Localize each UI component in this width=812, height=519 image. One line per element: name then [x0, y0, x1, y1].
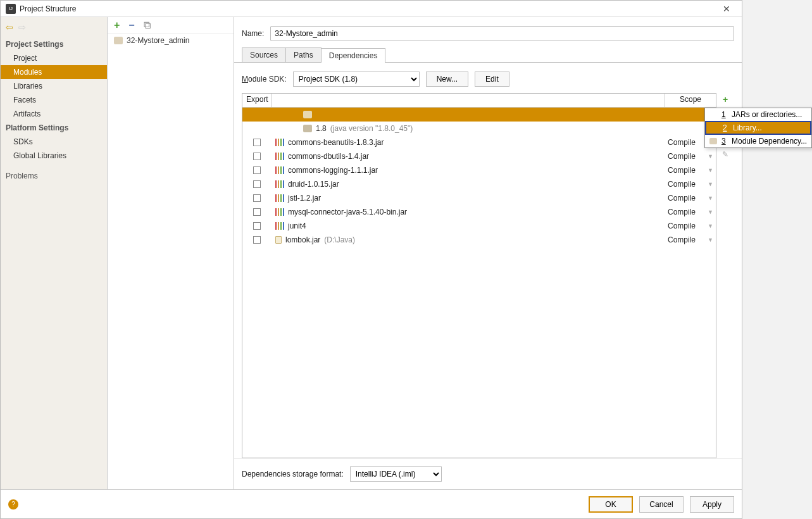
scope-value: Compile [668, 222, 696, 230]
dep-row[interactable]: commons-dbutils-1.4.jarCompile▼ [242, 149, 716, 163]
add-dependency-icon[interactable]: + [723, 94, 728, 104]
remove-module-icon[interactable]: − [128, 20, 134, 31]
name-label: Name: [242, 29, 264, 38]
sidebar-item-sdks[interactable]: SDKs [1, 135, 107, 149]
sidebar-item-libraries[interactable]: Libraries [1, 79, 107, 93]
scope-dropdown-icon[interactable]: ▼ [708, 195, 713, 201]
library-icon [275, 153, 284, 160]
name-input[interactable] [270, 26, 734, 41]
module-toolbar: + − ⧉ [108, 17, 234, 34]
module-entry[interactable]: 32-Mystore_admin [108, 34, 234, 47]
forward-icon[interactable]: ⇨ [18, 22, 26, 32]
back-icon[interactable]: ⇦ [6, 22, 13, 32]
export-checkbox[interactable] [253, 222, 261, 230]
dep-row[interactable]: commons-beanutils-1.8.3.jarCompile▼ [242, 135, 716, 149]
project-structure-dialog: IJ Project Structure ✕ ⇦ ⇨ Project Setti… [0, 0, 742, 519]
sdk-select[interactable]: Project SDK (1.8) [293, 72, 420, 87]
scope-value: Compile [668, 180, 696, 189]
dep-suffix: (D:\Java) [324, 235, 355, 244]
ok-button[interactable]: OK [589, 496, 633, 513]
export-checkbox[interactable] [253, 153, 261, 160]
sidebar-item-global-libraries[interactable]: Global Libraries [1, 149, 107, 163]
storage-label: Dependencies storage format: [242, 470, 344, 478]
popup-item-lib[interactable]: 2Library... [705, 121, 811, 135]
dep-name: mysql-connector-java-5.1.40-bin.jar [288, 208, 407, 216]
library-icon [275, 180, 284, 188]
dep-name: druid-1.0.15.jar [288, 180, 339, 189]
sidebar-item-project[interactable]: Project [1, 51, 107, 65]
popup-item-mod[interactable]: 3Module Dependency... [705, 135, 811, 147]
popup-label: Library... [733, 123, 762, 132]
dep-row[interactable]: druid-1.0.15.jarCompile▼ [242, 177, 716, 191]
dep-suffix: (java version "1.8.0_45") [330, 124, 413, 133]
name-row: Name: [234, 17, 742, 47]
dep-name: lombok.jar [285, 235, 320, 244]
edit-dependency-icon[interactable]: ✎ [722, 150, 728, 159]
popup-label: Module Dependency... [732, 137, 807, 146]
add-module-icon[interactable]: + [114, 20, 120, 31]
scope-value: Compile [668, 152, 696, 161]
close-icon[interactable]: ✕ [716, 3, 737, 15]
sidebar-item-modules[interactable]: Modules [1, 65, 107, 79]
dep-row[interactable]: 1.8 (java version "1.8.0_45") [242, 122, 716, 135]
dep-row[interactable]: junit4Compile▼ [242, 219, 716, 233]
sidebar-item-artifacts[interactable]: Artifacts [1, 107, 107, 121]
library-icon [275, 139, 284, 146]
nav-arrows: ⇦ ⇨ [1, 21, 107, 37]
export-checkbox[interactable] [253, 166, 261, 174]
scope-dropdown-icon[interactable]: ▼ [708, 167, 713, 173]
dep-name: commons-dbutils-1.4.jar [288, 152, 369, 161]
footer-buttons: OK Cancel Apply [589, 496, 734, 513]
sdk-label: Module SDK: [242, 75, 287, 84]
sidebar-item-facets[interactable]: Facets [1, 93, 107, 107]
dep-row[interactable] [242, 108, 716, 122]
dep-row[interactable]: mysql-connector-java-5.1.40-bin.jarCompi… [242, 205, 716, 219]
storage-select[interactable]: IntelliJ IDEA (.iml) [350, 466, 442, 482]
tab-sources[interactable]: Sources [242, 47, 286, 62]
cancel-button[interactable]: Cancel [639, 496, 684, 513]
export-checkbox[interactable] [253, 194, 261, 202]
tab-dependencies[interactable]: Dependencies [321, 48, 386, 63]
section-problems[interactable]: Problems [1, 163, 107, 183]
new-sdk-button[interactable]: New... [426, 72, 468, 87]
apply-button[interactable]: Apply [690, 496, 734, 513]
popup-label: JARs or directories... [732, 110, 802, 119]
scope-dropdown-icon[interactable]: ▼ [708, 223, 713, 229]
scope-value: Compile [668, 166, 696, 175]
export-checkbox[interactable] [253, 236, 261, 244]
section-project-settings: Project Settings [1, 37, 107, 51]
window-title: Project Structure [20, 4, 76, 13]
module-list-panel: + − ⧉ 32-Mystore_admin [108, 17, 234, 489]
scope-dropdown-icon[interactable]: ▼ [708, 153, 713, 159]
scope-value: Compile [668, 194, 696, 203]
export-checkbox[interactable] [253, 139, 261, 146]
help-icon[interactable]: ? [8, 499, 18, 510]
header-name [272, 94, 665, 107]
scope-dropdown-icon[interactable]: ▼ [708, 209, 713, 215]
copy-module-icon[interactable]: ⧉ [144, 20, 151, 31]
popup-item-jar[interactable]: 1JARs or directories... [705, 108, 811, 121]
scope-dropdown-icon[interactable]: ▼ [708, 181, 713, 187]
module-tabs: SourcesPathsDependencies [234, 47, 742, 63]
section-platform-settings: Platform Settings [1, 121, 107, 135]
jar-icon [275, 236, 282, 244]
dep-header: Export Scope [242, 94, 716, 108]
main-pane: Name: SourcesPathsDependencies Module SD… [234, 17, 742, 489]
edit-sdk-button[interactable]: Edit [475, 72, 509, 87]
dep-name: commons-logging-1.1.1.jar [288, 166, 378, 175]
export-checkbox[interactable] [253, 208, 261, 216]
dialog-footer: ? OK Cancel Apply [1, 489, 742, 518]
dep-row[interactable]: commons-logging-1.1.1.jarCompile▼ [242, 163, 716, 177]
export-checkbox[interactable] [253, 180, 261, 188]
tab-paths[interactable]: Paths [285, 47, 322, 62]
dependencies-wrap: Export Scope 1.8 (java version "1.8.0_45… [242, 93, 734, 458]
dep-row[interactable]: lombok.jar (D:\Java)Compile▼ [242, 233, 716, 247]
scope-value: Compile [668, 208, 696, 216]
app-icon: IJ [6, 4, 16, 14]
popup-num: 2 [723, 123, 729, 132]
scope-dropdown-icon[interactable]: ▼ [708, 237, 713, 243]
dep-name: jstl-1.2.jar [288, 194, 321, 203]
folder-icon [303, 125, 312, 132]
dep-name: commons-beanutils-1.8.3.jar [288, 138, 384, 147]
dep-row[interactable]: jstl-1.2.jarCompile▼ [242, 191, 716, 205]
